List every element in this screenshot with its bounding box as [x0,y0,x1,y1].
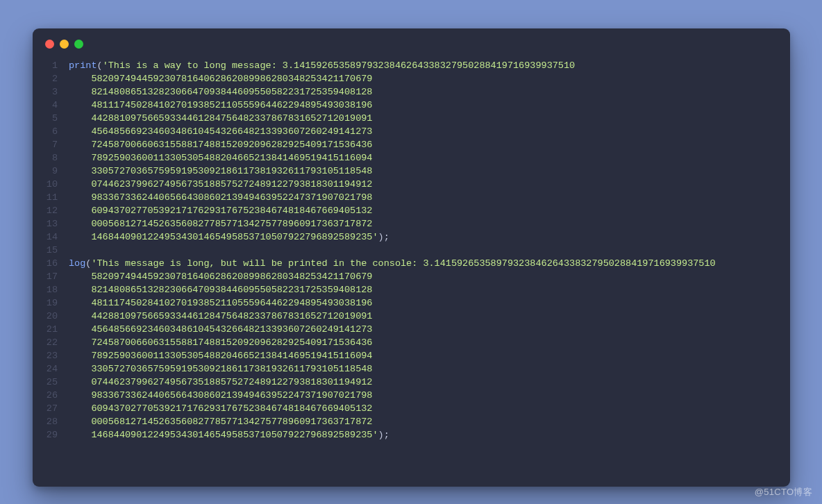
line-number-gutter: 1234567891011121314151617181920212223242… [33,59,69,442]
code-line: 1468440901224953430146549585371050792279… [69,230,790,244]
window-titlebar [33,28,790,59]
line-number: 1 [33,59,58,72]
code-line: 7245870066063155881748815209209628292540… [69,336,790,349]
code-line: 8214808651328230664709384460955058223172… [69,283,790,296]
code-line: 7892590360011330530548820466521384146951… [69,151,790,165]
line-number: 20 [33,310,58,323]
code-line: log('This message is long, but will be p… [69,257,790,270]
code-line: 5820974944592307816406286208998628034825… [69,270,790,283]
code-line: 6094370277053921717629317675238467481846… [69,204,790,217]
line-number: 15 [33,244,58,257]
code-line: 0744623799627495673518857527248912279381… [69,178,790,191]
code-line: 9833673362440656643086021394946395224737… [69,389,790,402]
line-number: 23 [33,349,58,362]
maximize-icon[interactable] [74,40,83,49]
code-content: print('This is a way to long message: 3.… [69,59,790,442]
line-number: 22 [33,336,58,349]
code-line: 7892590360011330530548820466521384146951… [69,349,790,362]
line-number: 17 [33,270,58,283]
line-number: 13 [33,217,58,230]
line-number: 27 [33,402,58,415]
line-number: 8 [33,151,58,165]
line-number: 5 [33,112,58,125]
line-number: 2 [33,72,58,85]
code-line: print('This is a way to long message: 3.… [69,59,790,72]
line-number: 11 [33,191,58,204]
code-line: 0005681271452635608277857713427577896091… [69,415,790,428]
watermark: @51CTO博客 [755,485,812,498]
line-number: 29 [33,428,58,442]
code-line: 0005681271452635608277857713427577896091… [69,217,790,230]
code-line: 3305727036575959195309218611738193261179… [69,362,790,376]
code-line: 1468440901224953430146549585371050792279… [69,428,790,442]
line-number: 19 [33,296,58,310]
line-number: 24 [33,362,58,376]
line-number: 4 [33,99,58,112]
code-line: 9833673362440656643086021394946395224737… [69,191,790,204]
code-line: 4564856692346034861045432664821339360726… [69,323,790,336]
code-line: 5820974944592307816406286208998628034825… [69,72,790,85]
code-line: 7245870066063155881748815209209628292540… [69,138,790,151]
line-number: 18 [33,283,58,296]
editor-window: 1234567891011121314151617181920212223242… [33,28,790,487]
code-line: 8214808651328230664709384460955058223172… [69,85,790,99]
line-number: 25 [33,376,58,389]
close-icon[interactable] [45,40,54,49]
line-number: 12 [33,204,58,217]
line-number: 16 [33,257,58,270]
line-number: 7 [33,138,58,151]
code-line: 4811174502841027019385211055596446229489… [69,99,790,112]
code-line: 0744623799627495673518857527248912279381… [69,376,790,389]
code-line: 4564856692346034861045432664821339360726… [69,125,790,138]
line-number: 26 [33,389,58,402]
code-area: 1234567891011121314151617181920212223242… [33,59,790,454]
line-number: 14 [33,230,58,244]
minimize-icon[interactable] [60,40,69,49]
line-number: 9 [33,165,58,178]
line-number: 3 [33,85,58,99]
line-number: 10 [33,178,58,191]
code-line: 4428810975665933446128475648233786783165… [69,112,790,125]
code-line: 6094370277053921717629317675238467481846… [69,402,790,415]
code-line: 3305727036575959195309218611738193261179… [69,165,790,178]
code-line: 4811174502841027019385211055596446229489… [69,296,790,310]
line-number: 28 [33,415,58,428]
line-number: 6 [33,125,58,138]
code-line: 4428810975665933446128475648233786783165… [69,310,790,323]
line-number: 21 [33,323,58,336]
code-line [69,244,790,257]
